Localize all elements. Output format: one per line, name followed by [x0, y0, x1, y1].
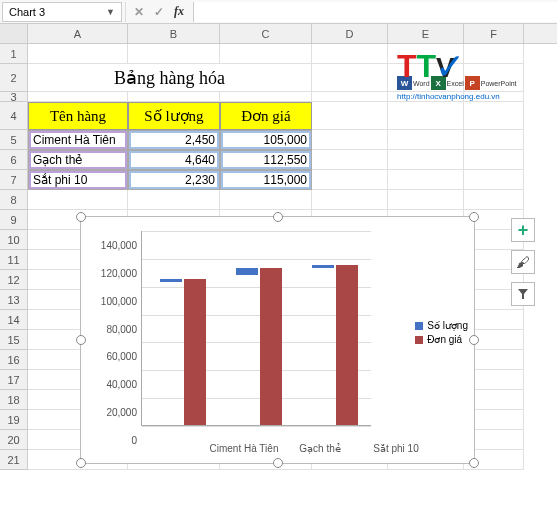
formula-input[interactable] [193, 2, 557, 22]
column-headers: A B C D E F [0, 24, 557, 44]
data-name-1[interactable]: Gạch thẻ [28, 150, 128, 170]
table-title: Bảng hàng hóa [114, 67, 225, 89]
chart-side-buttons: + 🖌 [511, 218, 535, 314]
chart-plot-area[interactable]: 020,00040,00060,00080,000100,000120,0001… [141, 231, 371, 426]
row-header[interactable]: 2 [0, 64, 28, 92]
row-header[interactable]: 10 [0, 230, 28, 250]
cell[interactable] [220, 190, 312, 210]
cell[interactable] [28, 44, 128, 64]
resize-handle[interactable] [76, 335, 86, 345]
data-name-0[interactable]: Ciment Hà Tiên [28, 130, 128, 150]
header-qty[interactable]: Số lượng [128, 102, 220, 130]
chart-legend[interactable]: Số lượng Đơn giá [415, 317, 468, 348]
col-header-c[interactable]: C [220, 24, 312, 43]
row-header[interactable]: 16 [0, 350, 28, 370]
data-price-0[interactable]: 105,000 [220, 130, 312, 150]
cell[interactable] [28, 190, 128, 210]
resize-handle[interactable] [469, 458, 479, 468]
fx-icon[interactable]: fx [169, 2, 189, 22]
row-header[interactable]: 4 [0, 102, 28, 130]
col-header-a[interactable]: A [28, 24, 128, 43]
row-header[interactable]: 3 [0, 92, 28, 102]
chart-bar[interactable] [184, 279, 206, 425]
header-name[interactable]: Tên hàng [28, 102, 128, 130]
row-header[interactable]: 17 [0, 370, 28, 390]
name-box-value: Chart 3 [9, 6, 45, 18]
header-price[interactable]: Đơn giá [220, 102, 312, 130]
cell[interactable] [388, 190, 464, 210]
chart-bar[interactable] [236, 268, 258, 274]
chart-bar[interactable] [160, 279, 182, 282]
row-header[interactable]: 6 [0, 150, 28, 170]
chart-bar[interactable] [260, 268, 282, 425]
row-header[interactable]: 15 [0, 330, 28, 350]
resize-handle[interactable] [469, 335, 479, 345]
resize-handle[interactable] [273, 458, 283, 468]
data-name-2[interactable]: Sắt phi 10 [28, 170, 128, 190]
chart-styles-button[interactable]: 🖌 [511, 250, 535, 274]
legend-s2: Đơn giá [427, 334, 462, 345]
title-cell[interactable]: Bảng hàng hóa [28, 64, 312, 92]
col-header-d[interactable]: D [312, 24, 388, 43]
chart-bar[interactable] [336, 265, 358, 425]
row-header[interactable]: 9 [0, 210, 28, 230]
chart-elements-button[interactable]: + [511, 218, 535, 242]
name-box[interactable]: Chart 3 ▼ [2, 2, 122, 22]
col-header-f[interactable]: F [464, 24, 524, 43]
cell[interactable] [128, 190, 220, 210]
logo: TTV ✓ WWordXExcelPPowerPoint http://tinh… [397, 48, 507, 108]
row-header[interactable]: 21 [0, 450, 28, 470]
row-header[interactable]: 19 [0, 410, 28, 430]
resize-handle[interactable] [76, 458, 86, 468]
row-header[interactable]: 20 [0, 430, 28, 450]
data-price-1[interactable]: 112,550 [220, 150, 312, 170]
col-header-e[interactable]: E [388, 24, 464, 43]
chart-container[interactable]: 020,00040,00060,00080,000100,000120,0001… [80, 216, 475, 464]
select-all-corner[interactable] [0, 24, 28, 43]
cancel-icon: ✕ [129, 2, 149, 22]
resize-handle[interactable] [76, 212, 86, 222]
resize-handle[interactable] [273, 212, 283, 222]
cell[interactable] [312, 190, 388, 210]
row-header[interactable]: 1 [0, 44, 28, 64]
chart-filters-button[interactable] [511, 282, 535, 306]
data-qty-0[interactable]: 2,450 [128, 130, 220, 150]
row-header[interactable]: 8 [0, 190, 28, 210]
name-box-dropdown-icon[interactable]: ▼ [106, 7, 115, 17]
row-header[interactable]: 13 [0, 290, 28, 310]
data-qty-1[interactable]: 4,640 [128, 150, 220, 170]
row-header[interactable]: 5 [0, 130, 28, 150]
row-header[interactable]: 7 [0, 170, 28, 190]
row-header[interactable]: 12 [0, 270, 28, 290]
col-header-b[interactable]: B [128, 24, 220, 43]
resize-handle[interactable] [469, 212, 479, 222]
row-header[interactable]: 18 [0, 390, 28, 410]
data-price-2[interactable]: 115,000 [220, 170, 312, 190]
confirm-icon: ✓ [149, 2, 169, 22]
logo-url: http://tinhocvanphong.edu.vn [397, 92, 507, 101]
data-qty-2[interactable]: 2,230 [128, 170, 220, 190]
legend-s1: Số lượng [427, 320, 468, 331]
cell[interactable] [464, 190, 524, 210]
row-header[interactable]: 11 [0, 250, 28, 270]
row-header[interactable]: 14 [0, 310, 28, 330]
formula-bar: Chart 3 ▼ ✕ ✓ fx [0, 0, 557, 24]
chart-bar[interactable] [312, 265, 334, 268]
